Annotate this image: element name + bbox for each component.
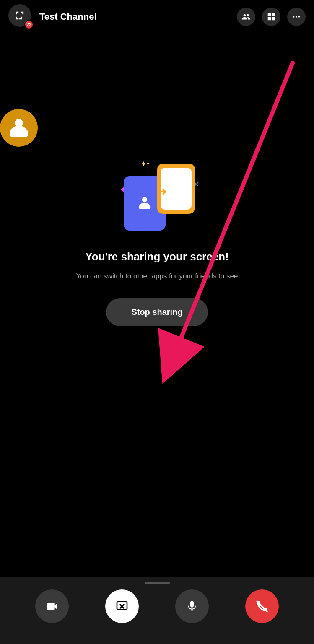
discord-logo-small [135, 194, 154, 213]
bottom-pill [145, 582, 170, 584]
sharing-subtitle: You can switch to other apps for your fr… [76, 271, 238, 282]
sparkle-top: ✦ [140, 159, 147, 169]
member-icon [241, 12, 251, 21]
bottom-bar [0, 577, 314, 644]
screen-share-stop-icon [115, 600, 129, 613]
svg-point-1 [296, 16, 297, 18]
screen-share-illustration: ✦ ✦ ✦ ✦ ✕ ➜ [115, 159, 199, 235]
svg-point-6 [142, 197, 147, 202]
shrink-icon [15, 11, 24, 20]
transfer-arrow: ➜ [157, 184, 167, 198]
header-actions [237, 8, 306, 26]
end-call-button[interactable] [245, 589, 279, 623]
svg-point-2 [298, 16, 300, 18]
header: 72 Test Channel [0, 0, 314, 34]
svg-point-7 [141, 204, 143, 206]
svg-point-4 [14, 128, 17, 132]
channel-title: Test Channel [39, 11, 237, 22]
end-call-icon [255, 600, 269, 613]
members-button[interactable] [237, 8, 255, 26]
svg-point-5 [21, 128, 23, 132]
stop-screen-share-button[interactable] [105, 589, 139, 623]
svg-point-3 [15, 119, 23, 127]
main-content: ✦ ✦ ✦ ✦ ✕ ➜ You're sharing your screen! … [0, 159, 314, 326]
sparkle-top-small: ✦ [146, 161, 150, 166]
grid-icon [267, 12, 276, 21]
discord-avatar-icon [8, 117, 30, 139]
user-avatar [0, 109, 38, 147]
microphone-button[interactable] [175, 589, 209, 623]
camera-button[interactable] [35, 589, 69, 623]
more-button[interactable] [287, 8, 306, 26]
grid-button[interactable] [262, 8, 280, 26]
sharing-title: You're sharing your screen! [85, 250, 228, 264]
header-left: 72 [8, 4, 34, 29]
more-icon [292, 12, 301, 21]
microphone-icon [185, 600, 199, 613]
svg-point-8 [146, 204, 148, 206]
camera-icon [45, 600, 59, 613]
notification-badge: 72 [24, 20, 34, 29]
svg-point-0 [293, 16, 295, 18]
stop-sharing-button[interactable]: Stop sharing [106, 298, 208, 326]
